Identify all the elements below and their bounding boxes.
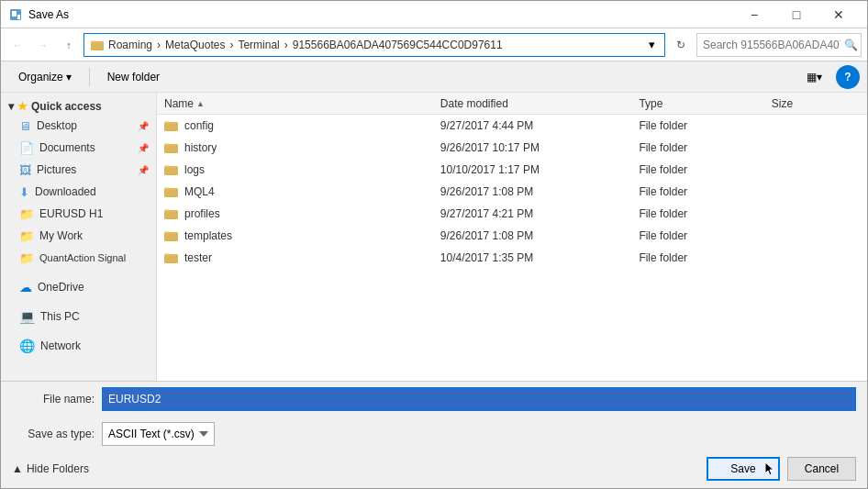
save-button[interactable]: Save	[707, 457, 780, 481]
table-row[interactable]: logs 10/10/2017 1:17 PM File folder	[157, 159, 867, 181]
sidebar-item-desktop[interactable]: 🖥 Desktop 📌	[1, 115, 156, 137]
file-name-cell: MQL4	[164, 185, 440, 198]
organize-button[interactable]: Organize ▾	[8, 65, 82, 89]
sidebar: ▾ ★ Quick access 🖥 Desktop 📌 📄 Documents…	[1, 93, 157, 381]
sidebar-item-pictures[interactable]: 🖼 Pictures 📌	[1, 159, 156, 181]
file-type-cell: File folder	[639, 119, 771, 132]
svg-rect-2	[17, 15, 20, 19]
eurusd-folder-icon: 📁	[19, 207, 34, 221]
close-button[interactable]: ✕	[818, 1, 860, 28]
view-toggle-button[interactable]: ▦▾	[800, 65, 829, 89]
table-row[interactable]: profiles 9/27/2017 4:21 PM File folder	[157, 203, 867, 225]
minimize-button[interactable]: −	[733, 1, 775, 28]
up-button[interactable]: ↑	[58, 34, 80, 56]
file-type-cell: File folder	[639, 141, 771, 154]
crumb-id: 915566BA06ADA407569C544CC0D97611	[293, 39, 503, 51]
table-row[interactable]: tester 10/4/2017 1:35 PM File folder	[157, 247, 867, 269]
folder-icon	[164, 251, 179, 264]
refresh-button[interactable]: ↻	[669, 33, 693, 57]
crumb-terminal: Terminal	[238, 39, 279, 51]
window-controls: − □ ✕	[733, 1, 860, 28]
savetype-select[interactable]: ASCII Text (*.csv)CSV (*.csv)Text (*.txt…	[102, 422, 215, 446]
file-name-cell: history	[164, 141, 440, 154]
sidebar-item-onedrive[interactable]: ☁ OneDrive	[1, 276, 156, 298]
help-button[interactable]: ?	[836, 65, 860, 89]
pictures-icon: 🖼	[19, 163, 31, 177]
pin-icon-desktop: 📌	[138, 121, 149, 131]
sidebar-item-eurusd[interactable]: 📁 EURUSD H1	[1, 203, 156, 225]
dialog-icon	[8, 7, 23, 22]
hide-folders-chevron: ▲	[12, 462, 23, 475]
documents-icon: 📄	[19, 141, 34, 155]
address-folder-icon	[90, 38, 105, 52]
table-row[interactable]: MQL4 9/26/2017 1:08 PM File folder	[157, 181, 867, 203]
sort-arrow: ▲	[196, 99, 205, 108]
sidebar-item-thispc[interactable]: 💻 This PC	[1, 306, 156, 328]
main-content: ▾ ★ Quick access 🖥 Desktop 📌 📄 Documents…	[1, 93, 867, 381]
toolbar-separator	[89, 68, 90, 86]
file-type-cell: File folder	[639, 229, 771, 242]
column-name[interactable]: Name ▲	[164, 97, 440, 110]
sidebar-item-quantaction[interactable]: 📁 QuantAction Signal	[1, 247, 156, 269]
table-row[interactable]: config 9/27/2017 4:44 PM File folder	[157, 115, 867, 137]
column-date[interactable]: Date modified	[440, 97, 640, 110]
table-row[interactable]: history 9/26/2017 10:17 PM File folder	[157, 137, 867, 159]
file-date-cell: 9/26/2017 1:08 PM	[440, 185, 640, 198]
sidebar-item-mywork[interactable]: 📁 My Work	[1, 225, 156, 247]
pin-icon-documents: 📌	[138, 143, 149, 153]
savetype-row: Save as type: ASCII Text (*.csv)CSV (*.c…	[1, 417, 867, 451]
table-row[interactable]: templates 9/26/2017 1:08 PM File folder	[157, 225, 867, 247]
pin-icon-pictures: 📌	[138, 165, 149, 175]
quick-access-label: ★	[17, 100, 28, 113]
forward-button[interactable]: →	[32, 34, 54, 56]
back-button[interactable]: ←	[6, 34, 28, 56]
column-type[interactable]: Type	[639, 97, 771, 110]
file-name-cell: logs	[164, 163, 440, 176]
file-name-cell: profiles	[164, 207, 440, 220]
toolbar-row: Organize ▾ New folder ▦▾ ?	[1, 61, 867, 93]
file-type-cell: File folder	[639, 207, 771, 220]
savetype-label: Save as type:	[12, 428, 95, 440]
cancel-button[interactable]: Cancel	[787, 457, 856, 481]
onedrive-icon: ☁	[19, 280, 32, 295]
filename-row: File name:	[1, 382, 867, 417]
new-folder-button[interactable]: New folder	[97, 65, 170, 89]
buttons-row: ▲ Hide Folders Save Cancel	[1, 451, 867, 488]
save-as-dialog: Save As − □ ✕ ← → ↑ Roaming › MetaQuotes…	[0, 0, 868, 489]
search-icon: 🔍	[844, 39, 858, 51]
cursor-icon	[763, 461, 776, 477]
sidebar-item-documents[interactable]: 📄 Documents 📌	[1, 137, 156, 159]
file-date-cell: 10/10/2017 1:17 PM	[440, 163, 640, 176]
address-row: ← → ↑ Roaming › MetaQuotes › Terminal › …	[1, 28, 867, 61]
filename-label: File name:	[12, 393, 95, 406]
downloaded-icon: ⬇	[19, 185, 29, 199]
search-box: 🔍	[696, 33, 862, 57]
file-name-cell: config	[164, 119, 440, 132]
folder-icon	[164, 185, 179, 198]
sidebar-item-downloaded[interactable]: ⬇ Downloaded	[1, 181, 156, 203]
file-date-cell: 10/4/2017 1:35 PM	[440, 251, 640, 264]
file-list: config 9/27/2017 4:44 PM File folder his…	[157, 115, 867, 381]
file-type-cell: File folder	[639, 163, 771, 176]
sidebar-item-network[interactable]: 🌐 Network	[1, 335, 156, 357]
maximize-button[interactable]: □	[775, 1, 818, 28]
column-size[interactable]: Size	[772, 97, 860, 110]
crumb-metaquotes: MetaQuotes	[165, 39, 225, 51]
hide-folders-label: Hide Folders	[27, 462, 89, 475]
folder-icon	[164, 141, 179, 154]
address-dropdown-button[interactable]: ▾	[644, 34, 659, 56]
file-date-cell: 9/26/2017 10:17 PM	[440, 141, 640, 154]
filename-input[interactable]	[102, 387, 856, 411]
address-bar[interactable]: Roaming › MetaQuotes › Terminal › 915566…	[83, 33, 665, 57]
crumb-roaming: Roaming	[108, 39, 152, 51]
search-input[interactable]	[703, 39, 840, 51]
savetype-dropdown-wrap: ASCII Text (*.csv)CSV (*.csv)Text (*.txt…	[102, 422, 856, 446]
file-date-cell: 9/26/2017 1:08 PM	[440, 229, 640, 242]
hide-folders-button[interactable]: ▲ Hide Folders	[12, 462, 89, 475]
file-type-cell: File folder	[639, 185, 771, 198]
folder-icon	[164, 207, 179, 220]
desktop-icon: 🖥	[19, 119, 31, 133]
action-buttons: Save Cancel	[707, 457, 856, 481]
mywork-folder-icon: 📁	[19, 229, 34, 243]
folder-icon	[164, 229, 179, 242]
